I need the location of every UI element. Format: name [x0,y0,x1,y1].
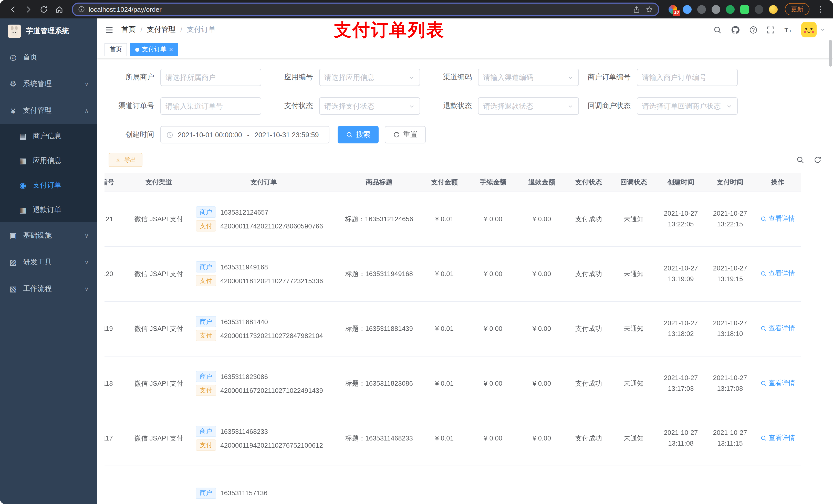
view-detail-link[interactable]: 查看详情 [760,269,795,279]
sidebar-item-refund-order[interactable]: ▥ 退款订单 [0,198,97,222]
sidebar-item-pay-order[interactable]: ◉ 支付订单 [0,173,97,198]
app-no-select[interactable] [319,69,420,86]
sidebar-toggle-icon[interactable] [104,25,114,34]
channel-code-select[interactable] [478,69,579,86]
app-title: 芋道管理系统 [26,27,69,36]
merchant-order-number: 1635311823086 [220,373,268,380]
green-chat-icon[interactable] [740,5,749,14]
cell-notify [611,465,656,504]
refresh-icon[interactable] [813,156,822,164]
chevron-down-icon [820,27,826,33]
pay-status-input[interactable] [324,102,406,110]
kebab-menu-icon [816,5,825,14]
breadcrumb-home[interactable]: 首页 [121,25,136,34]
cell-id: 118 [104,356,128,411]
cell-fee: ¥ 0.00 [469,192,518,246]
sidebar-item-app-info[interactable]: ▦ 应用信息 [0,148,97,173]
view-detail-link[interactable]: 查看详情 [760,434,795,443]
field-label: 回调商户状态 [584,101,637,111]
cell-refund: ¥ 0.00 [518,301,566,356]
refund-status-select[interactable] [478,97,579,115]
chrome-update-button[interactable]: 更新 [785,3,809,15]
forward-button[interactable] [22,3,35,16]
merchant-order-no-field[interactable] [637,69,738,86]
sidebar-item-dev-tools[interactable]: ▨ 研发工具 ∨ [0,249,97,275]
url-text: localhost:1024/pay/order [89,5,629,13]
back-button[interactable] [6,3,20,16]
emoji-face-icon[interactable] [769,5,778,14]
help-icon[interactable] [749,25,758,34]
merchant-tag: 商户 [196,371,216,382]
reset-button[interactable]: 重置 [385,126,426,143]
sidebar-item-payment[interactable]: ¥ 支付管理 ∧ [0,97,97,124]
filter-merchant: 所属商户 [108,69,261,86]
merchant-select[interactable] [160,69,261,86]
search-icon [760,216,767,222]
green-circle-icon[interactable] [726,5,735,14]
chevron-down-icon: ∨ [85,286,89,292]
table-header-cell: 支付时间 [706,173,755,192]
close-icon[interactable]: × [169,46,173,53]
channel-order-no-input[interactable] [165,102,256,110]
cell-actions [755,465,801,504]
breadcrumb-pay-manage[interactable]: 支付管理 [147,25,176,34]
fullscreen-icon[interactable] [766,25,775,34]
github-icon[interactable] [731,25,740,34]
bookmark-star-icon[interactable] [645,5,653,13]
cell-refund: ¥ 0.00 [518,356,566,411]
dark-pin-icon[interactable] [755,5,763,14]
sidebar-item-label: 工作流程 [23,284,52,293]
user-menu[interactable] [801,22,826,38]
app-no-input[interactable] [324,73,406,81]
scrollbar-thumb[interactable] [829,40,832,67]
home-button[interactable] [52,3,66,16]
sidebar-menu: ◎ 首页 ⚙ 系统管理 ∨ ¥ 支付管理 ∧ ▤ 商户信息 [0,44,97,302]
create-time-range-picker[interactable]: 2021-10-01 00:00:00 - 2021-10-31 23:59:5… [160,126,329,143]
infrastructure-icon: ▣ [9,231,18,240]
channel-code-input[interactable] [483,73,565,81]
notify-status-input[interactable] [642,102,723,110]
sidebar-item-merchant-info[interactable]: ▤ 商户信息 [0,124,97,148]
search-button[interactable]: 搜索 [338,126,379,143]
merchant-order-no-input[interactable] [642,73,733,81]
dark-circle-icon[interactable] [697,5,706,14]
chevron-down-icon [408,74,415,81]
extensions-colorful-icon[interactable]: 10 [669,5,677,14]
sidebar-item-label: 研发工具 [23,258,52,267]
view-detail-link[interactable]: 查看详情 [760,379,795,388]
cell-title: 标题：1635311823086 [338,356,420,411]
tab-label: 首页 [110,45,122,54]
gray-circle-icon[interactable] [712,5,720,14]
refund-status-input[interactable] [483,102,565,110]
app-grid-icon: ▦ [19,156,27,165]
tab-home[interactable]: 首页 [104,43,127,56]
address-bar[interactable]: localhost:1024/pay/order [72,2,659,16]
search-icon[interactable] [713,25,722,34]
toggle-search-icon[interactable] [796,156,804,164]
view-detail-link[interactable]: 查看详情 [760,214,795,223]
export-button[interactable]: 导出 [109,153,142,167]
table-header-cell: 支付金额 [420,173,469,192]
tab-pay-order[interactable]: 支付订单 × [130,43,178,56]
table-header-cell: 支付订单 [190,173,338,192]
blue-drop-icon[interactable] [683,5,692,14]
cell-created: 2021-10-27 13:17:03 [656,356,706,411]
sidebar-item-infrastructure[interactable]: ▣ 基础设施 ∨ [0,222,97,249]
channel-order-no-field[interactable] [160,97,261,115]
view-detail-link[interactable]: 查看详情 [760,324,795,333]
cell-status [566,465,611,504]
sidebar-item-workflow[interactable]: ▧ 工作流程 ∨ [0,275,97,302]
merchant-input[interactable] [165,73,256,81]
site-info-icon[interactable] [78,6,85,13]
font-size-icon[interactable] [784,25,792,34]
chrome-menu-button[interactable] [813,3,827,16]
notify-status-select[interactable] [637,97,738,115]
chevron-up-icon: ∧ [85,107,89,114]
sidebar-item-system[interactable]: ⚙ 系统管理 ∨ [0,71,97,97]
share-icon[interactable] [633,5,640,13]
cell-fee: ¥ 0.00 [469,411,518,465]
home-icon [54,5,63,14]
sidebar-item-home[interactable]: ◎ 首页 [0,44,97,71]
reload-button[interactable] [37,3,50,16]
pay-status-select[interactable] [319,97,420,115]
